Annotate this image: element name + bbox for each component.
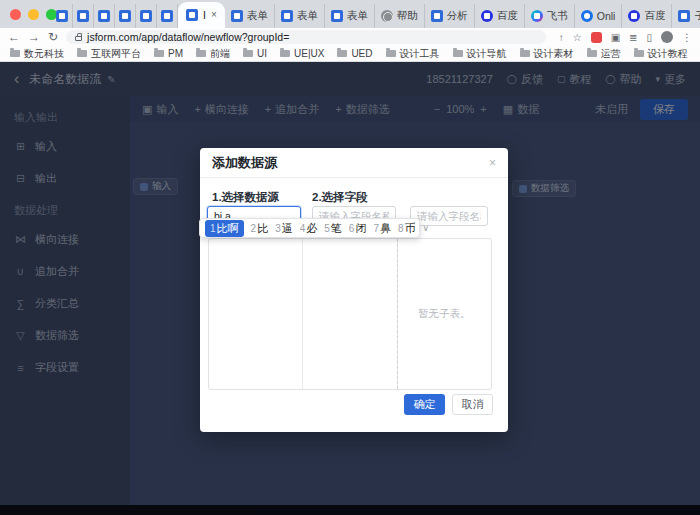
side-panel-icon[interactable]: ▯ xyxy=(646,32,652,43)
minimize-window-button[interactable] xyxy=(28,9,39,20)
bookmark-folder[interactable]: UI xyxy=(243,48,267,59)
browser-tab-compact[interactable] xyxy=(52,4,73,28)
tab-label: 百度 xyxy=(644,9,665,23)
jdy-favicon-icon xyxy=(140,10,152,22)
folder-icon xyxy=(453,50,463,57)
selection-panel: 暂无子表。 xyxy=(208,238,492,390)
lock-icon xyxy=(75,36,82,41)
ime-candidate[interactable]: 8币 xyxy=(398,221,416,236)
ime-candidate[interactable]: 6闭 xyxy=(349,221,367,236)
ime-candidate[interactable]: 3逼 xyxy=(275,221,293,236)
notes-icon[interactable]: ≣ xyxy=(629,32,637,43)
field-list[interactable] xyxy=(303,239,397,389)
bookmark-label: 数元科技 xyxy=(24,47,64,61)
tab-label: 子表 xyxy=(694,9,700,23)
confirm-button[interactable]: 确定 xyxy=(404,394,445,415)
tab-label: 分析 xyxy=(447,9,468,23)
browser-tab[interactable]: Onli xyxy=(575,4,623,28)
step1-label: 1.选择数据源 xyxy=(212,190,279,205)
browser-tab[interactable]: 帮助 xyxy=(375,4,425,28)
folder-icon xyxy=(243,50,253,57)
bookmark-label: 设计工具 xyxy=(400,47,440,61)
browser-tab[interactable]: 表单 xyxy=(325,4,375,28)
bookmark-folder[interactable]: PM xyxy=(154,48,183,59)
cancel-button[interactable]: 取消 xyxy=(452,394,493,415)
bookmark-folder[interactable]: 设计教程 xyxy=(634,47,688,61)
bookmark-folder[interactable]: 设计工具 xyxy=(386,47,440,61)
bookmark-folder[interactable]: 设计导航 xyxy=(453,47,507,61)
bookmark-folder[interactable]: 设计素材 xyxy=(520,47,574,61)
folder-icon xyxy=(77,50,87,57)
browser-tab[interactable]: 飞书 xyxy=(525,4,575,28)
globe-favicon-icon xyxy=(381,10,393,22)
bookmark-folder[interactable]: 前端 xyxy=(196,47,230,61)
bookmark-folder[interactable]: UE|UX xyxy=(280,48,324,59)
extension-icon[interactable] xyxy=(591,32,602,43)
bookmark-folder[interactable]: 数元科技 xyxy=(10,47,64,61)
browser-tab[interactable]: 分析 xyxy=(425,4,475,28)
tab-label: 百度 xyxy=(497,9,518,23)
browser-tab-compact[interactable] xyxy=(73,4,94,28)
extensions-puzzle-icon[interactable]: ▣ xyxy=(611,32,620,43)
jdy-favicon-icon xyxy=(231,10,243,22)
browser-tab-compact[interactable] xyxy=(94,4,115,28)
reload-button[interactable]: ↻ xyxy=(48,31,58,43)
window-controls xyxy=(10,9,57,20)
bookmark-label: UE|UX xyxy=(294,48,324,59)
tab-label: 表单 xyxy=(347,9,368,23)
bookmark-label: 前端 xyxy=(210,47,230,61)
browser-tab[interactable]: 表单 xyxy=(275,4,325,28)
browser-menu-icon[interactable]: ⋮ xyxy=(682,32,692,43)
tab-label: 表单 xyxy=(247,9,268,23)
browser-titlebar: I × 表单 表单 表单 帮助 分析 百度 飞书 Onli 百度 子表 表单 帮… xyxy=(0,0,700,28)
browser-tab-active[interactable]: I × xyxy=(178,2,225,28)
feishu-favicon-icon xyxy=(531,10,543,22)
ime-candidate[interactable]: 2比 xyxy=(251,221,269,236)
url-input[interactable]: jsform.com/app/dataflow/newflow?groupId= xyxy=(66,30,546,44)
subtable-list: 暂无子表。 xyxy=(397,239,491,389)
ime-candidate[interactable]: 7鼻 xyxy=(373,221,391,236)
bookmark-label: UI xyxy=(257,48,267,59)
bookmark-label: 互联网平台 xyxy=(91,47,141,61)
share-icon[interactable]: ↑ xyxy=(559,32,564,43)
browser-tab-compact[interactable] xyxy=(115,4,136,28)
bookmark-label: 运营 xyxy=(601,47,621,61)
ime-candidate[interactable]: 4必 xyxy=(300,221,318,236)
bookmark-folder[interactable]: 互联网平台 xyxy=(77,47,141,61)
browser-tab-compact[interactable] xyxy=(157,4,178,28)
browser-tab[interactable]: 百度 xyxy=(475,4,525,28)
tab-label: 飞书 xyxy=(547,9,568,23)
modal-close-icon[interactable]: × xyxy=(489,156,496,170)
address-bar: ← → ↻ jsform.com/app/dataflow/newflow?gr… xyxy=(0,28,700,46)
bookmark-folder[interactable]: UED xyxy=(337,48,372,59)
ime-candidate-selected[interactable]: 1比啊 xyxy=(205,220,244,237)
jdy-favicon-icon xyxy=(161,10,173,22)
forward-button[interactable]: → xyxy=(28,31,40,43)
bookmark-label: UED xyxy=(351,48,372,59)
browser-tab[interactable]: 表单 xyxy=(225,4,275,28)
modal-title: 添加数据源 xyxy=(212,154,277,172)
folder-icon xyxy=(196,50,206,57)
ime-expand-chevron-icon[interactable]: ∨ xyxy=(423,223,430,233)
tab-label: 帮助 xyxy=(397,9,418,23)
jdy-favicon-icon xyxy=(56,10,68,22)
bookmark-folder[interactable]: 运营 xyxy=(587,47,621,61)
online-favicon-icon xyxy=(581,10,593,22)
jdy-favicon-icon xyxy=(119,10,131,22)
close-window-button[interactable] xyxy=(10,9,21,20)
back-button[interactable]: ← xyxy=(8,31,20,43)
browser-tab-compact[interactable] xyxy=(136,4,157,28)
empty-subtable-text: 暂无子表。 xyxy=(418,307,471,321)
tab-label: Onli xyxy=(597,10,616,22)
tab-close-icon[interactable]: × xyxy=(211,10,217,20)
browser-tab[interactable]: 百度 xyxy=(622,4,672,28)
bookmark-label: 设计导航 xyxy=(467,47,507,61)
datasource-list[interactable] xyxy=(209,239,303,389)
folder-icon xyxy=(587,50,597,57)
profile-avatar[interactable] xyxy=(661,31,673,43)
bookmark-star-icon[interactable]: ☆ xyxy=(573,32,582,43)
browser-tab[interactable]: 子表 xyxy=(672,4,700,28)
ime-candidate[interactable]: 5笔 xyxy=(324,221,342,236)
jdy-favicon-icon xyxy=(431,10,443,22)
add-datasource-modal: 添加数据源 × 1.选择数据源 2.选择字段 暂无子表。 确定 取消 xyxy=(200,148,508,432)
